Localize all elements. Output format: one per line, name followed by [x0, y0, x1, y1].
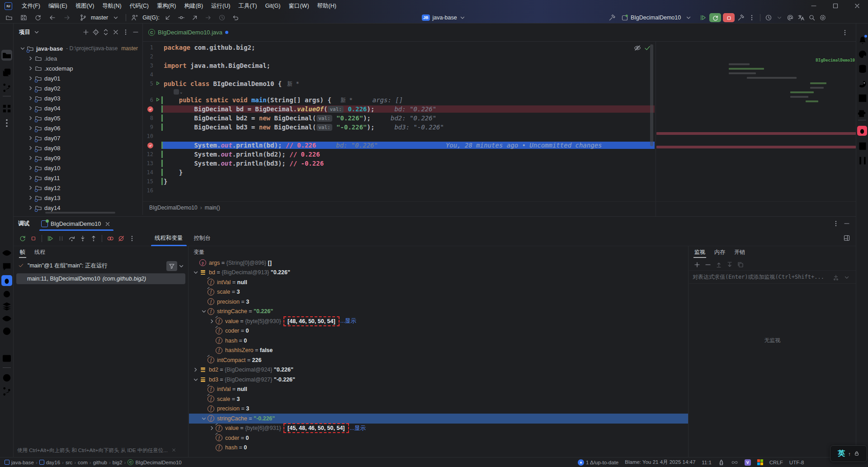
remove-watch-icon[interactable]: [703, 260, 713, 270]
tree-item[interactable]: day10: [14, 163, 142, 173]
debug-run-icon[interactable]: [698, 13, 708, 23]
caret-position[interactable]: 11:1: [702, 460, 712, 465]
view-tab-控制台[interactable]: 控制台: [189, 231, 217, 246]
editor-split-divider[interactable]: [656, 42, 656, 216]
chevron-right-icon[interactable]: [27, 204, 34, 211]
preview-icon[interactable]: [1, 313, 12, 324]
breadcrumb-item[interactable]: BIgDecimalDemo10: [149, 205, 198, 211]
code-text[interactable]: System.out.println(bd); // 0.226bd: "0.2…: [161, 142, 655, 149]
code-line[interactable]: 14 }: [143, 168, 655, 177]
code-editor[interactable]: 1package com.github.big2;23import java.m…: [143, 43, 655, 195]
code-line[interactable]: 8 BigDecimal bd2 = new BigDecimal(val: "…: [143, 114, 655, 123]
menu-item[interactable]: 文件(F): [18, 1, 44, 11]
variable-row[interactable]: pargs = {String[0]@896} []: [189, 258, 688, 268]
dictionary-icon[interactable]: [857, 141, 868, 152]
code-text[interactable]: package com.github.big2;: [161, 44, 655, 51]
variable-row[interactable]: fintVal = null: [189, 385, 688, 395]
variable-row[interactable]: fcoder = 0: [189, 326, 688, 336]
open-folder-icon[interactable]: [4, 13, 14, 23]
resume-icon[interactable]: [45, 234, 56, 243]
search-everywhere-icon[interactable]: [807, 13, 817, 23]
tree-item[interactable]: day07: [14, 133, 142, 143]
build-project-icon[interactable]: [736, 13, 746, 23]
copy-icon[interactable]: [735, 260, 746, 270]
variable-row[interactable]: fhash = 0: [189, 336, 688, 346]
tree-toggle-icon[interactable]: [208, 318, 216, 325]
code-line[interactable]: 16: [143, 186, 655, 195]
tree-item[interactable]: day12: [14, 183, 142, 193]
watches-tab-开销[interactable]: 开销: [730, 246, 750, 258]
locate-file-icon[interactable]: [91, 27, 101, 37]
code-line[interactable]: 3import java.math.BigDecimal;: [143, 61, 655, 70]
variable-row[interactable]: fvalue = {byte[5]@930} [48, 46, 50, 50, …: [189, 316, 688, 326]
status-breadcrumb-item[interactable]: github: [93, 460, 107, 465]
code-text[interactable]: }: [161, 178, 655, 185]
rerun-button[interactable]: [709, 13, 721, 22]
tab-options-icon[interactable]: [840, 28, 850, 38]
forward-icon[interactable]: [61, 13, 72, 23]
code-line[interactable]: 2: [143, 52, 655, 61]
project-widget[interactable]: JBjava-base: [422, 12, 468, 24]
variable-row[interactable]: fscale = 3: [189, 394, 688, 404]
layout-settings-icon[interactable]: [841, 233, 852, 243]
gradle-icon[interactable]: [857, 79, 868, 90]
tree-item[interactable]: day09: [14, 153, 142, 163]
code-text[interactable]: BigDecimal bd = BigDecimal.valueOf(val: …: [161, 105, 655, 113]
pause-icon[interactable]: [56, 234, 66, 243]
hide-panel-icon[interactable]: [841, 219, 852, 229]
chevron-right-icon[interactable]: [27, 75, 34, 82]
stop-button[interactable]: [723, 13, 735, 22]
editor-windows-icon[interactable]: [1, 67, 12, 78]
editor-tab[interactable]: C BIgDecimalDemo10.java: [143, 24, 233, 42]
history-icon[interactable]: [217, 13, 227, 23]
move-down-icon[interactable]: [724, 260, 735, 270]
debug-icon[interactable]: [1, 275, 12, 286]
variable-row[interactable]: bd3 = {BigDecimal@927} "-0.226": [189, 375, 688, 385]
problems-icon[interactable]: [1, 372, 12, 383]
spruce-plugin-icon[interactable]: [718, 459, 725, 466]
frames-tab-线程[interactable]: 线程: [30, 246, 50, 258]
chevron-right-icon[interactable]: [27, 194, 34, 201]
profiler-icon[interactable]: [857, 126, 867, 136]
code-line[interactable]: 10: [143, 132, 655, 141]
commit-toolwindow-icon[interactable]: [1, 82, 12, 93]
show-link[interactable]: ...显示: [350, 424, 366, 432]
evaluate-expression-input[interactable]: 对表达式求值(Enter)或添加监视(Ctrl+Shift+...: [689, 271, 856, 284]
tree-toggle-icon[interactable]: [208, 424, 216, 432]
tree-toggle-icon[interactable]: [192, 376, 199, 383]
code-text[interactable]: }: [161, 169, 655, 176]
inspection-widget[interactable]: [634, 44, 651, 53]
update-project-icon[interactable]: [162, 13, 173, 23]
status-breadcrumb-item[interactable]: com: [78, 460, 88, 465]
view-tab-线程和变量[interactable]: 线程和变量: [149, 231, 189, 246]
tree-item[interactable]: day02: [14, 83, 142, 93]
pin-icon[interactable]: [1, 339, 12, 350]
menu-item[interactable]: 工具(T): [234, 1, 261, 11]
menu-item[interactable]: 帮助(H): [313, 1, 340, 11]
code-line[interactable]: 6 public static void main(String[] args)…: [143, 95, 655, 105]
tree-item[interactable]: day04: [14, 103, 142, 113]
code-text[interactable]: import java.math.BigDecimal;: [161, 62, 655, 69]
tree-item[interactable]: day13: [14, 193, 142, 203]
variable-row[interactable]: fcoder = 0: [189, 433, 688, 443]
variable-row[interactable]: fstringCache = "0.226": [189, 307, 688, 317]
blame-info[interactable]: Blame: You 21 4月 2025 14:47: [625, 459, 695, 466]
breakpoint-icon[interactable]: [147, 106, 153, 112]
status-breadcrumb-item[interactable]: CBIgDecimalDemo10: [127, 459, 181, 465]
tree-horizontal-scrollbar[interactable]: [45, 212, 115, 214]
run-gutter-icon[interactable]: [155, 96, 160, 104]
sync-icon[interactable]: [33, 13, 43, 23]
code-text[interactable]: System.out.println(bd3); // -0.226: [161, 160, 655, 167]
save-all-icon[interactable]: [18, 13, 29, 23]
breadcrumb-item[interactable]: main(): [205, 205, 220, 211]
code-line[interactable]: 4: [143, 70, 655, 79]
chevron-right-icon[interactable]: [27, 55, 34, 62]
editor-scrollbar[interactable]: [650, 44, 653, 146]
thread-selector[interactable]: "main"@1 在组"main": 正在运行: [14, 260, 188, 272]
frames-tab-帧[interactable]: 帧: [15, 246, 30, 258]
menu-item[interactable]: 重构(R): [153, 1, 180, 11]
menu-item[interactable]: Git(G): [261, 1, 284, 11]
vcs-status[interactable]: ▲1 Δ/up-to-date: [578, 459, 618, 466]
chevron-right-icon[interactable]: [27, 134, 34, 142]
database-icon[interactable]: [857, 63, 868, 74]
